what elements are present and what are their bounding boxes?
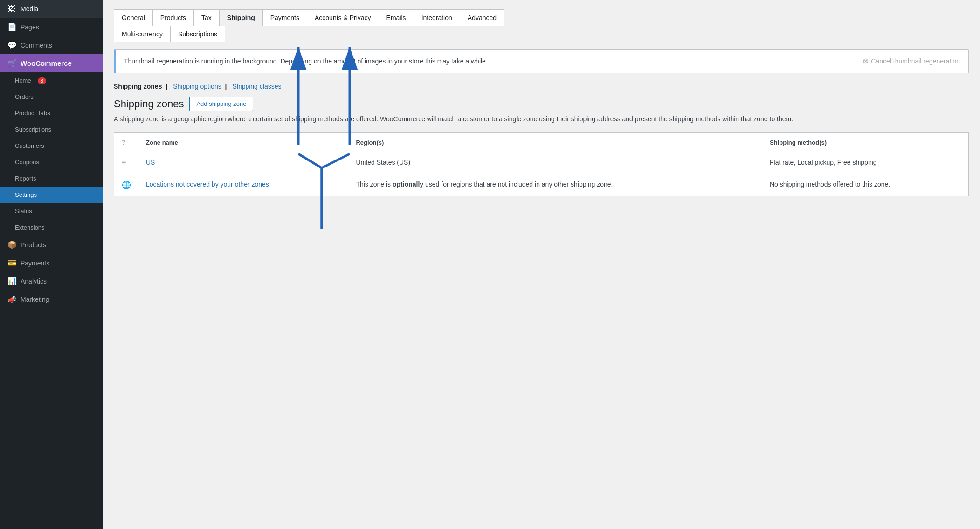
sidebar-item-label: Home — [15, 77, 31, 84]
sidebar-item-label: Settings — [15, 191, 37, 198]
analytics-icon: 📊 — [7, 277, 16, 285]
notice-text: Thumbnail regeneration is running in the… — [124, 56, 488, 66]
sidebar-item-label: Analytics — [21, 278, 47, 285]
sidebar-item-label: Customers — [15, 142, 44, 149]
sidebar-item-products[interactable]: 📦 Products — [0, 236, 103, 254]
zone-locations-link[interactable]: Locations not covered by your other zone… — [146, 181, 269, 188]
media-icon: 🖼 — [7, 5, 16, 13]
sidebar-item-label: Products — [21, 241, 46, 249]
add-shipping-zone-button[interactable]: Add shipping zone — [189, 97, 253, 111]
tab-general[interactable]: General — [114, 9, 153, 26]
drag-handle-icon[interactable]: ≡ — [122, 159, 126, 167]
section-title: Shipping zones — [114, 98, 184, 110]
sidebar-item-orders[interactable]: Orders — [0, 89, 103, 105]
sidebar-item-settings[interactable]: Settings — [0, 187, 103, 203]
tab-tax[interactable]: Tax — [193, 9, 220, 26]
home-badge: 3 — [38, 77, 46, 84]
row-region-us: United States (US) — [348, 152, 762, 174]
help-icon: ? — [122, 139, 126, 146]
cancel-label: Cancel thumbnail regeneration — [871, 57, 960, 65]
notice-banner: Thumbnail regeneration is running in the… — [114, 49, 969, 73]
sidebar-item-comments[interactable]: 💬 Comments — [0, 36, 103, 54]
marketing-icon: 📣 — [7, 295, 16, 304]
tab-products[interactable]: Products — [152, 9, 194, 26]
th-regions: Region(s) — [348, 133, 762, 152]
sidebar-item-label: Payments — [21, 259, 49, 267]
sub-nav: Shipping zones | Shipping options | Ship… — [114, 83, 969, 90]
sidebar-item-label: Reports — [15, 175, 36, 182]
sidebar-item-status[interactable]: Status — [0, 203, 103, 219]
zones-table: ? Zone name Region(s) Shipping method(s)… — [114, 132, 969, 196]
pages-icon: 📄 — [7, 22, 16, 31]
row-icon-us: ≡ — [114, 152, 139, 174]
tab-emails[interactable]: Emails — [379, 9, 414, 26]
zone-description: A shipping zone is a geographic region w… — [114, 114, 969, 124]
th-methods: Shipping method(s) — [762, 133, 969, 152]
sidebar-item-payments[interactable]: 💳 Payments — [0, 254, 103, 272]
row-methods-locations: No shipping methods offered to this zone… — [762, 174, 969, 196]
sub-nav-shipping-options[interactable]: Shipping options — [173, 83, 221, 90]
section-header: Shipping zones Add shipping zone — [114, 97, 969, 111]
sidebar-item-label: Subscriptions — [15, 126, 51, 133]
sub-nav-separator2: | — [225, 83, 229, 90]
row-name-locations: Locations not covered by your other zone… — [138, 174, 348, 196]
main-wrapper: General Products Tax Shipping Payments A… — [103, 0, 980, 529]
sidebar-item-label: Comments — [21, 42, 52, 49]
sidebar: 🖼 Media 📄 Pages 💬 Comments 🛒 WooCommerce… — [0, 0, 103, 529]
row-region-locations: This zone is optionally used for regions… — [348, 174, 762, 196]
tab-accounts-privacy[interactable]: Accounts & Privacy — [307, 9, 379, 26]
tab-integration[interactable]: Integration — [414, 9, 460, 26]
zone-us-link[interactable]: US — [146, 159, 155, 166]
sidebar-item-label: Status — [15, 208, 32, 215]
th-zone-name: Zone name — [138, 133, 348, 152]
sidebar-item-woocommerce[interactable]: 🛒 WooCommerce — [0, 54, 103, 72]
row-methods-us: Flat rate, Local pickup, Free shipping — [762, 152, 969, 174]
sidebar-item-reports[interactable]: Reports — [0, 170, 103, 187]
table-row: ≡ US United States (US) Flat rate, Local… — [114, 152, 969, 174]
comments-icon: 💬 — [7, 41, 16, 49]
tabs-row-2: Multi-currency Subscriptions — [114, 26, 969, 42]
globe-icon: 🌐 — [122, 181, 131, 189]
sidebar-item-coupons[interactable]: Coupons — [0, 154, 103, 170]
tab-multi-currency[interactable]: Multi-currency — [114, 26, 171, 42]
tab-shipping[interactable]: Shipping — [219, 9, 263, 26]
sidebar-item-label: Product Tabs — [15, 110, 50, 117]
sidebar-item-customers[interactable]: Customers — [0, 138, 103, 154]
sidebar-item-pages[interactable]: 📄 Pages — [0, 18, 103, 36]
row-icon-locations: 🌐 — [114, 174, 139, 196]
sidebar-item-extensions[interactable]: Extensions — [0, 219, 103, 236]
tab-payments[interactable]: Payments — [262, 9, 307, 26]
sidebar-item-marketing[interactable]: 📣 Marketing — [0, 290, 103, 308]
sidebar-item-label: Extensions — [15, 224, 45, 231]
payments-icon: 💳 — [7, 258, 16, 267]
sidebar-item-label: Media — [21, 5, 38, 13]
th-icon: ? — [114, 133, 139, 152]
tab-advanced[interactable]: Advanced — [460, 9, 504, 26]
sub-nav-separator: | — [166, 83, 169, 90]
cancel-thumbnail-button[interactable]: ⊗ Cancel thumbnail regeneration — [863, 56, 960, 65]
sidebar-item-home[interactable]: Home 3 — [0, 72, 103, 89]
sidebar-item-analytics[interactable]: 📊 Analytics — [0, 272, 103, 290]
sub-nav-active: Shipping zones — [114, 83, 162, 90]
row-name-us: US — [138, 152, 348, 174]
sidebar-item-product-tabs[interactable]: Product Tabs — [0, 105, 103, 121]
table-row: 🌐 Locations not covered by your other zo… — [114, 174, 969, 196]
tabs-row-1: General Products Tax Shipping Payments A… — [114, 9, 969, 26]
sidebar-item-label: Coupons — [15, 159, 39, 166]
sidebar-item-label: WooCommerce — [21, 59, 72, 67]
sidebar-item-media[interactable]: 🖼 Media — [0, 0, 103, 18]
woo-icon: 🛒 — [7, 59, 16, 68]
sub-nav-shipping-classes[interactable]: Shipping classes — [232, 83, 281, 90]
cancel-icon: ⊗ — [863, 56, 869, 65]
products-icon: 📦 — [7, 240, 16, 249]
sidebar-item-label: Marketing — [21, 296, 49, 303]
sidebar-item-subscriptions[interactable]: Subscriptions — [0, 121, 103, 138]
tab-subscriptions[interactable]: Subscriptions — [170, 26, 225, 42]
main-content: General Products Tax Shipping Payments A… — [103, 0, 980, 206]
sidebar-item-label: Orders — [15, 93, 34, 100]
sidebar-item-label: Pages — [21, 23, 39, 31]
